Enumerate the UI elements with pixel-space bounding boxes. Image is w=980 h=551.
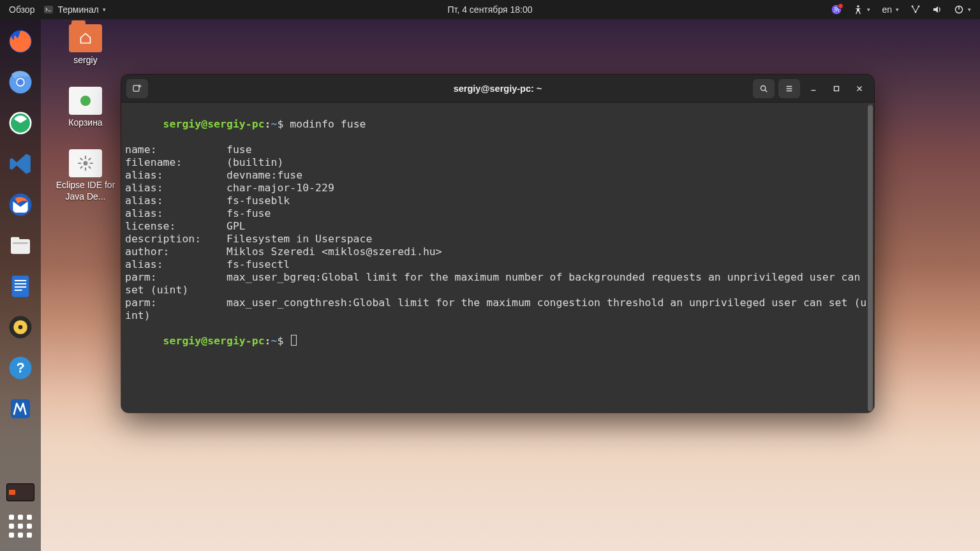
terminal-menu-button[interactable]	[778, 79, 800, 98]
prompt-path: ~	[271, 118, 278, 130]
svg-point-2	[835, 11, 836, 12]
prompt-symbol: $	[277, 335, 283, 347]
prompt-colon: :	[265, 335, 271, 347]
svg-rect-17	[13, 242, 27, 244]
top-bar: Обзор Терминал ▾ Пт, 4 сентября 18:00 ▾ …	[0, 0, 980, 19]
desktop-icon-eclipse-label: Eclipse IDE for Java De...	[50, 180, 121, 202]
prompt-at: @	[201, 335, 207, 347]
svg-line-32	[765, 89, 767, 91]
desktop-icon-home-label: sergiy	[73, 55, 97, 66]
chevron-down-icon: ▾	[896, 6, 899, 13]
network-icon[interactable]	[910, 4, 921, 15]
dock-files[interactable]	[4, 230, 36, 261]
window-minimize-button[interactable]	[804, 79, 823, 98]
desktop-icon-eclipse[interactable]: Eclipse IDE for Java De...	[45, 149, 126, 202]
app-menu[interactable]: Терминал ▾	[43, 4, 105, 15]
terminal-title: sergiy@sergiy-pc: ~	[454, 84, 542, 94]
chevron-down-icon: ▾	[867, 6, 870, 13]
terminal-output: name: fuse filename: (builtin) alias: de…	[125, 143, 870, 322]
dock-rhythmbox[interactable]	[4, 311, 36, 343]
window-maximize-button[interactable]	[827, 79, 846, 98]
svg-point-3	[858, 5, 860, 8]
svg-text:?: ?	[16, 360, 24, 376]
terminal-cursor	[291, 335, 297, 346]
svg-rect-20	[15, 283, 26, 284]
svg-point-25	[19, 325, 23, 330]
prompt-user: sergiy	[163, 335, 202, 347]
svg-rect-19	[15, 280, 26, 281]
terminal-body[interactable]: sergiy@sergiy-pc:~$ modinfo fuse name: f…	[121, 103, 874, 413]
svg-rect-22	[15, 290, 22, 291]
scrollbar-thumb[interactable]	[868, 105, 873, 411]
dock-running-terminal[interactable]	[6, 483, 34, 501]
prompt-host: sergiy-pc	[207, 335, 264, 347]
svg-point-12	[17, 79, 24, 85]
accessibility-menu[interactable]: ▾	[853, 4, 870, 15]
dock-thunderbird[interactable]	[4, 189, 36, 221]
dock: ?	[0, 19, 41, 551]
messaging-indicator-icon[interactable]	[831, 4, 842, 15]
dock-vscode[interactable]	[4, 148, 36, 180]
prompt-symbol: $	[277, 118, 283, 130]
dock-remote[interactable]	[4, 107, 36, 139]
dock-help[interactable]: ?	[4, 352, 36, 384]
chevron-down-icon: ▾	[968, 6, 971, 13]
app-menu-label: Терминал	[57, 4, 98, 15]
terminal-scrollbar[interactable]	[868, 104, 873, 411]
clock[interactable]: Пт, 4 сентября 18:00	[447, 4, 532, 15]
prompt-path: ~	[271, 335, 278, 347]
terminal-icon	[43, 4, 54, 15]
dock-chromium[interactable]	[4, 66, 36, 98]
prompt-at: @	[201, 118, 207, 130]
svg-rect-0	[44, 6, 53, 13]
svg-rect-21	[15, 286, 26, 288]
desktop-icon-trash[interactable]: Корзина	[55, 87, 116, 129]
terminal-window: sergiy@sergiy-pc: ~ sergiy@sergiy-pc:~$ …	[121, 75, 874, 413]
svg-rect-37	[835, 86, 839, 91]
svg-point-29	[84, 161, 88, 166]
dock-writer[interactable]	[4, 270, 36, 302]
window-close-button[interactable]	[850, 79, 869, 98]
prompt-colon: :	[265, 118, 271, 130]
volume-icon[interactable]	[932, 4, 942, 15]
trash-icon	[69, 87, 102, 115]
input-source-label: en	[882, 4, 892, 15]
dock-firefox[interactable]	[4, 26, 36, 57]
folder-icon	[69, 24, 102, 52]
terminal-search-button[interactable]	[753, 79, 775, 98]
activities-label: Обзор	[9, 4, 34, 15]
system-menu[interactable]: ▾	[954, 4, 971, 15]
activities-button[interactable]: Обзор	[9, 4, 34, 15]
svg-rect-16	[11, 237, 19, 242]
new-tab-button[interactable]	[126, 79, 148, 98]
settings-icon	[69, 149, 102, 177]
power-icon	[954, 4, 964, 15]
svg-point-31	[761, 85, 765, 90]
prompt-host: sergiy-pc	[207, 118, 264, 130]
input-source-menu[interactable]: en ▾	[882, 4, 899, 15]
show-applications-button[interactable]	[4, 510, 36, 542]
desktop-icon-home[interactable]: sergiy	[55, 24, 116, 66]
terminal-titlebar[interactable]: sergiy@sergiy-pc: ~	[121, 75, 874, 103]
prompt-user: sergiy	[163, 118, 202, 130]
terminal-command: modinfo fuse	[290, 118, 366, 130]
accessibility-icon	[853, 4, 863, 15]
clock-label: Пт, 4 сентября 18:00	[447, 4, 532, 15]
dock-virtualbox[interactable]	[4, 393, 36, 425]
desktop-icon-trash-label: Корзина	[68, 117, 102, 129]
svg-rect-15	[11, 239, 30, 254]
chevron-down-icon: ▾	[103, 6, 106, 13]
